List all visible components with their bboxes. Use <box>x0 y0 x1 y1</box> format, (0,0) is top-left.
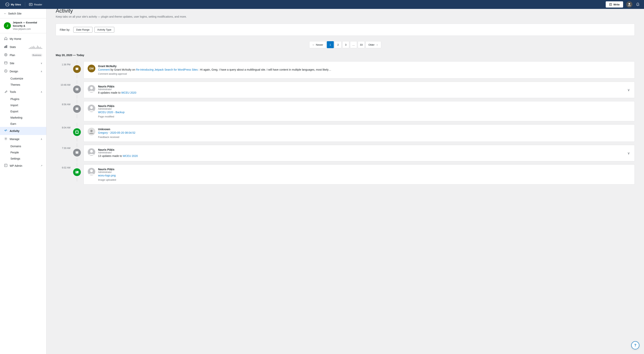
svg-rect-19 <box>76 88 78 90</box>
activity-sub-5: Image uploaded <box>98 178 631 181</box>
timeline-line <box>77 100 77 104</box>
svg-rect-4 <box>610 3 612 6</box>
home-icon <box>4 37 8 41</box>
activity-link2-0[interactable]: Re-introducing Jetpack Search for WordPr… <box>136 68 198 71</box>
activity-sub-2: Page modified <box>98 115 631 118</box>
svg-rect-10 <box>6 46 6 48</box>
activity-link-1[interactable]: WCEU 2020 <box>121 91 136 94</box>
stats-icon <box>4 45 8 49</box>
sidebar-item-site[interactable]: Site ∨ <box>0 59 46 67</box>
main-content: Activity Keep tabs on all your site's ac… <box>46 0 644 345</box>
site-icon: J <box>4 22 11 29</box>
page-description: Keep tabs on all your site's activity — … <box>56 15 635 18</box>
import-label: Import <box>10 104 18 107</box>
timeline-line <box>77 158 77 162</box>
date-range-filter[interactable]: Date Range <box>73 27 92 32</box>
activity-card-5: Nauris Pūķis Administrator wceu-logo.png… <box>84 164 635 184</box>
page-33-button[interactable]: 33 <box>358 41 365 48</box>
sidebar-item-marketing[interactable]: Marketing <box>0 114 46 121</box>
sidebar-item-activity[interactable]: Activity <box>0 127 46 135</box>
page-1-label: 1 <box>330 43 331 46</box>
svg-point-16 <box>4 70 7 72</box>
sidebar: ← Switch Site J Jetpack — Essential Secu… <box>0 9 46 345</box>
activity-time-2: 8:56 AM <box>56 100 73 106</box>
sidebar-item-people[interactable]: People <box>0 149 46 156</box>
plan-label: Plan <box>10 54 30 57</box>
svg-point-23 <box>90 87 93 89</box>
plan-badge: Business <box>31 54 42 57</box>
design-chevron-icon: ∧ <box>40 70 42 73</box>
sidebar-item-earn[interactable]: Earn <box>0 121 46 127</box>
my-sites-button[interactable]: My Sites <box>3 1 24 8</box>
sidebar-item-themes[interactable]: Themes <box>0 82 46 88</box>
page-33-label: 33 <box>360 43 362 46</box>
filter-label: Filter by: <box>60 28 70 31</box>
domains-label: Domains <box>10 145 21 148</box>
sidebar-item-export[interactable]: Export <box>0 108 46 114</box>
svg-rect-14 <box>4 62 7 64</box>
activity-info-3: Unknown Gregory - 2020-05-20 08:04:52 Fe… <box>98 128 631 138</box>
sidebar-nav: My Home Stats <box>0 33 46 172</box>
sidebar-item-plan[interactable]: Plan Business <box>0 51 46 59</box>
sidebar-item-customize[interactable]: Customize <box>0 76 46 82</box>
sidebar-item-wp-admin[interactable]: WP Admin ↗ <box>0 162 46 170</box>
user-role-5: Administrator <box>98 171 631 174</box>
activity-link-2[interactable]: WCEU 2020 - Backup <box>98 111 124 114</box>
svg-point-12 <box>4 54 7 56</box>
activity-link-0[interactable]: Comment <box>98 68 110 71</box>
sidebar-item-plugins[interactable]: Plugins <box>0 96 46 102</box>
activity-info-2: Nauris Pūķis Administrator WCEU 2020 - B… <box>98 104 631 118</box>
activity-card-1: Nauris Pūķis Administrator 8 updates mad… <box>84 82 635 98</box>
activity-time-1: 10:48 AM <box>56 80 73 86</box>
initials-text: GM <box>89 67 94 70</box>
back-arrow-icon: ← <box>4 12 6 15</box>
activity-link-4[interactable]: WCEU 2020 <box>123 154 138 158</box>
timeline-col-4 <box>73 143 81 162</box>
site-info: J Jetpack — Essential Security & View je… <box>0 18 46 33</box>
reader-button[interactable]: Reader <box>27 2 45 7</box>
sidebar-item-settings[interactable]: Settings <box>0 156 46 162</box>
topbar-separator <box>25 2 25 7</box>
notifications-button[interactable] <box>635 1 641 8</box>
write-button[interactable]: Write <box>606 1 623 8</box>
my-home-label: My Home <box>10 37 42 40</box>
page-1-button[interactable]: 1 <box>327 41 334 48</box>
user-avatar[interactable] <box>626 1 632 8</box>
activity-link-5[interactable]: wceu-logo.png <box>98 174 116 177</box>
timeline-col-3 <box>73 123 81 142</box>
user-name-0: Grant McNulty <box>98 64 631 68</box>
activity-type-filter[interactable]: Activity Type <box>94 27 114 32</box>
svg-point-34 <box>90 150 93 153</box>
user-role-4: Administrator <box>98 151 624 154</box>
activity-time-4: 7:30 AM <box>56 143 73 150</box>
activity-card-2: Nauris Pūķis Administrator WCEU 2020 - B… <box>84 101 635 121</box>
sidebar-item-import[interactable]: Import <box>0 102 46 108</box>
expand-button-4[interactable]: ∨ <box>626 150 631 156</box>
sidebar-item-design[interactable]: Design ∧ <box>0 67 46 76</box>
switch-site-button[interactable]: ← Switch Site <box>0 9 46 18</box>
user-avatar-2 <box>88 104 95 112</box>
switch-site-label: Switch Site <box>8 12 22 15</box>
sidebar-item-manage[interactable]: Manage ∧ <box>0 135 46 143</box>
newer-button[interactable]: ← ← Newer Newer <box>309 41 326 48</box>
site-label: Site <box>10 62 39 65</box>
earn-label: Earn <box>10 122 16 125</box>
expand-button-1[interactable]: ∨ <box>626 87 631 93</box>
stats-label: Stats <box>10 46 27 48</box>
activity-text-1: 8 updates made to WCEU 2020 <box>98 91 624 95</box>
older-button[interactable]: Older → <box>366 41 381 48</box>
page-3-button[interactable]: 3 <box>342 41 349 48</box>
marketing-label: Marketing <box>10 116 22 119</box>
activity-link-3[interactable]: Gregory - 2020-05-20 08:04:52 <box>98 131 136 134</box>
site-details: Jetpack — Essential Security & View jetp… <box>13 21 42 30</box>
sidebar-item-tools[interactable]: Tools ∧ <box>0 88 46 96</box>
svg-rect-8 <box>4 46 5 48</box>
svg-rect-29 <box>76 131 78 133</box>
page-2-button[interactable]: 2 <box>334 41 342 48</box>
sidebar-item-domains[interactable]: Domains <box>0 143 46 149</box>
themes-label: Themes <box>10 83 20 86</box>
activity-dot-4 <box>73 149 81 156</box>
sidebar-item-my-home[interactable]: My Home <box>0 35 46 43</box>
sidebar-item-stats[interactable]: Stats <box>0 43 46 51</box>
table-row: 8:04 AM Unknown Gregory - 2020-05-20 08:… <box>56 123 635 143</box>
